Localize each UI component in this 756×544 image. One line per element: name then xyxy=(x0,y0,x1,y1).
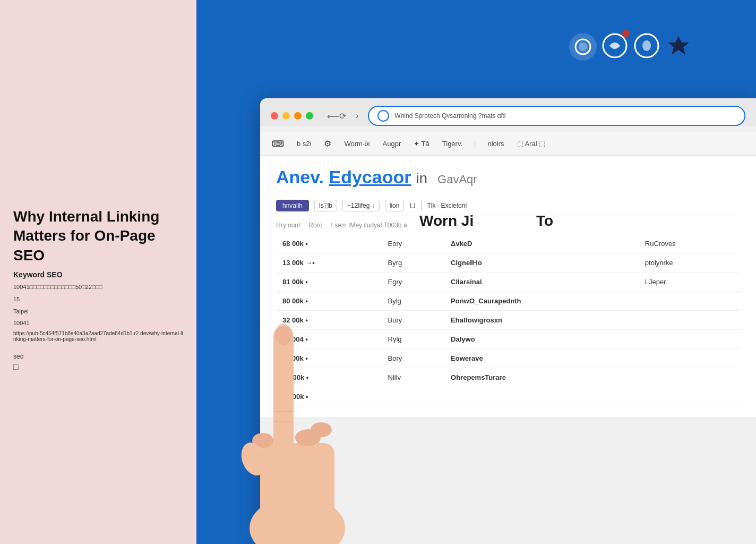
table-row[interactable]: 32 00k • Bury Ehalfowigrosxn xyxy=(276,310,740,329)
address-text: Wnind Sprotech Qvsarroning ?mats αϊtl xyxy=(394,112,505,120)
subhead-col3: I sem IMey iludyal T003b a xyxy=(331,222,407,229)
diff-cell: Bury xyxy=(382,310,445,329)
keyword-cell: Clgne⊪lo xyxy=(444,253,639,272)
sidebar-meta-num2: 10041 xyxy=(13,318,183,328)
keyword-cell xyxy=(444,387,639,406)
traffic-light-green[interactable] xyxy=(306,112,313,120)
table-body: 68 00k • Eory ΔvkeD RuCroves 13 00k →• B… xyxy=(276,234,740,406)
nav-icon-1[interactable]: ⌨ xyxy=(271,137,285,151)
lion-tag[interactable]: lion xyxy=(385,200,405,211)
nav-icon-2[interactable]: ⚙ xyxy=(323,137,332,151)
keyword-cell: Cllarsinal xyxy=(444,272,639,291)
browser-top-bar: ⟵⟳ › Wnind Sprotech Qvsarroning ?mats αϊ… xyxy=(271,106,745,126)
extra-cell: ptolynrke xyxy=(639,253,740,272)
page-heading: Anev. Edycaoor in GavAqr xyxy=(276,168,477,187)
tl-tag: Tlk xyxy=(427,202,435,209)
nav-item-nloirs[interactable]: nloirs xyxy=(486,138,505,150)
subhead-col1: Hry ounΙ xyxy=(276,222,300,229)
nav-item-aral[interactable]: ⬚ Aral ⬚ xyxy=(516,138,547,150)
vol-cell: 81 00k • xyxy=(276,272,382,291)
keyword-cell: Dalywo xyxy=(444,329,639,348)
diff-cell xyxy=(382,387,445,406)
sidebar-title: Why Internal Linking Matters for On-Page… xyxy=(13,207,183,265)
page-content: Anev. Edycaoor in GavAqr hnvalih ls⌶lb ~… xyxy=(260,156,756,417)
table-row[interactable]: 68 00k • Eory ΔvkeD RuCroves xyxy=(276,234,740,253)
nav-buttons: ⟵⟳ › xyxy=(324,110,362,122)
extra-cell xyxy=(639,387,740,406)
decorative-icon-3 xyxy=(633,32,660,62)
sidebar-icon: □ xyxy=(13,362,183,372)
vol-cell: 13 00k →• xyxy=(276,253,382,272)
data-table: 68 00k • Eory ΔvkeD RuCroves 13 00k →• B… xyxy=(276,234,740,406)
keyword-cell: ΔvkeD xyxy=(444,234,639,253)
nav-item-bsz[interactable]: b s2ι xyxy=(296,138,312,150)
address-bar[interactable]: Wnind Sprotech Qvsarroning ?mats αϊtl xyxy=(368,106,745,126)
diff-cell: Byrg xyxy=(382,253,445,272)
filter1-tag[interactable]: ~12lifeg ↓ xyxy=(342,200,380,211)
table-row[interactable]: 32 00k • Bory Eowerave xyxy=(276,348,740,368)
page-heading-area: Anev. Edycaoor in GavAqr xyxy=(276,166,740,188)
diff-cell: Bylg xyxy=(382,291,445,310)
table-row[interactable]: 81 00k • Egry Cllarsinal LJeper xyxy=(276,272,740,291)
sidebar: Why Internal Linking Matters for On-Page… xyxy=(0,0,196,544)
sidebar-meta-line1: 10041□□□□□□□□□□□□□50□22□□□ xyxy=(13,282,183,292)
keyword-cell: OhrepemsTurare xyxy=(444,368,639,387)
svg-point-1 xyxy=(579,42,587,51)
nav-divider: | xyxy=(474,140,476,148)
vol-cell: 32 00k • xyxy=(276,310,382,329)
traffic-light-orange[interactable] xyxy=(294,112,302,120)
traffic-light-red[interactable] xyxy=(271,112,278,120)
top-icons xyxy=(569,32,692,62)
table-row[interactable]: S0 00k • Nillv OhrepemsTurare xyxy=(276,368,740,387)
nav-item-tigerv[interactable]: Tigerv. xyxy=(441,138,463,150)
traffic-light-yellow[interactable] xyxy=(282,112,290,120)
excietonl-tag[interactable]: Excietonl xyxy=(441,202,467,209)
extra-cell xyxy=(639,329,740,348)
table-row[interactable]: 13 00k →• Byrg Clgne⊪lo ptolynrke xyxy=(276,253,740,272)
browser-nav: ⌨ b s2ι ⚙ Worm·ύι Augpr ✦ Tā Tigerv. | n… xyxy=(260,132,756,156)
sidebar-subtitle: Keyword SEO xyxy=(13,270,183,279)
heading-part2: in xyxy=(416,170,427,186)
extra-cell: LJeper xyxy=(639,272,740,291)
heading-part1: Anev. Edycaoor xyxy=(276,167,411,187)
diff-cell: Eory xyxy=(382,234,445,253)
sidebar-meta-num1: 15 xyxy=(13,294,183,304)
keyword-cell: Eowerave xyxy=(444,348,639,368)
sidebar-url[interactable]: https://pub-5c454f571b8e40a3a2aad27ade84… xyxy=(13,330,183,342)
heading-part3: GavAqr xyxy=(437,173,477,186)
browser-chrome: ⟵⟳ › Wnind Sprotech Qvsarroning ?mats αϊ… xyxy=(260,98,756,126)
vol-cell: 8F 00k • xyxy=(276,387,382,406)
diff-cell: Egry xyxy=(382,272,445,291)
extra-cell xyxy=(639,368,740,387)
vol-cell: 17 004 • xyxy=(276,329,382,348)
address-circle-icon xyxy=(377,110,389,122)
toolbar-row: hnvalih ls⌶lb ~12lifeg ↓ lion ⊔ Tlk Exci… xyxy=(276,196,740,216)
forward-button[interactable]: › xyxy=(353,110,362,122)
extra-cell xyxy=(639,348,740,368)
sidebar-meta-city: Taipei xyxy=(13,307,183,317)
vol-cell: 32 00k • xyxy=(276,348,382,368)
vol-cell: S0 00k • xyxy=(276,368,382,387)
extra-cell: RuCroves xyxy=(639,234,740,253)
sidebar-tag: seo xyxy=(13,353,183,360)
extra-cell xyxy=(639,291,740,310)
decorative-icon-2 xyxy=(601,32,629,62)
table-row[interactable]: 17 004 • Rylg Dalywo xyxy=(276,329,740,348)
traffic-lights xyxy=(271,112,313,120)
field1-tag[interactable]: ls⌶lb xyxy=(314,200,337,211)
browser-window: ⟵⟳ › Wnind Sprotech Qvsarroning ?mats αϊ… xyxy=(260,98,756,544)
back-button[interactable]: ⟵⟳ xyxy=(324,110,349,122)
diff-cell: Nillv xyxy=(382,368,445,387)
nav-item-ta[interactable]: ✦ Tā xyxy=(413,138,431,150)
nav-item-worm[interactable]: Worm·ύι xyxy=(343,138,371,150)
keyword-cell: Ehalfowigrosxn xyxy=(444,310,639,329)
nav-item-augpr[interactable]: Augpr xyxy=(382,138,402,150)
diff-cell: Bory xyxy=(382,348,445,368)
diff-cell: Rylg xyxy=(382,329,445,348)
icon1-tag: ⊔ xyxy=(409,200,416,210)
table-row[interactable]: 8F 00k • xyxy=(276,387,740,406)
extra-cell xyxy=(639,310,740,329)
invalid-button[interactable]: hnvalih xyxy=(276,200,309,211)
table-row[interactable]: 80 00k • Bylg PonwΩ_Caurapednth xyxy=(276,291,740,310)
decorative-icon-1 xyxy=(569,33,597,61)
